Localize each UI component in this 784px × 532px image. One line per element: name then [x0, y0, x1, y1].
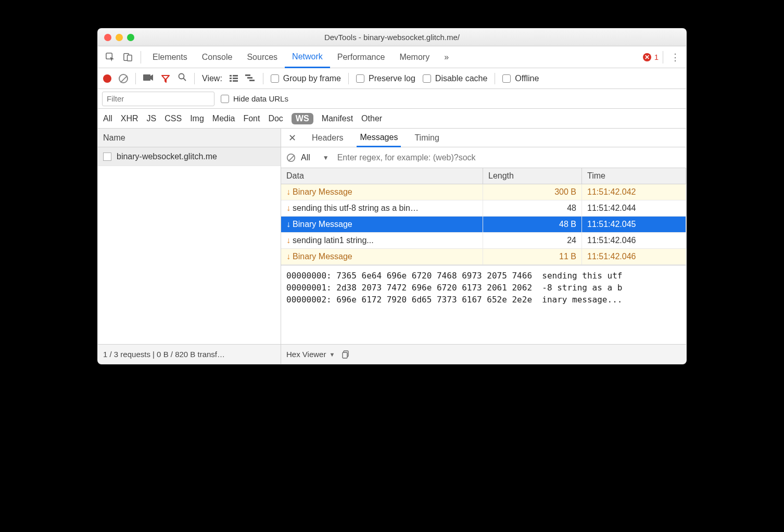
- type-media[interactable]: Media: [212, 114, 235, 123]
- type-font[interactable]: Font: [243, 114, 260, 123]
- clear-button[interactable]: [119, 74, 128, 83]
- message-length: 300 B: [483, 184, 582, 200]
- messages-grid: Data Length Time ↓Binary Message300 B11:…: [281, 168, 686, 265]
- requests-header: Name: [98, 129, 281, 147]
- disable-cache-checkbox[interactable]: Disable cache: [423, 74, 488, 83]
- filter-bar: Hide data URLs: [98, 89, 686, 109]
- resource-icon: [103, 153, 111, 161]
- hex-viewer: 00000000: 7365 6e64 696e 6720 7468 6973 …: [281, 265, 686, 344]
- arrow-down-icon: ↓: [286, 187, 290, 196]
- subtab-headers[interactable]: Headers: [309, 129, 346, 147]
- tab-network[interactable]: Network: [285, 47, 330, 68]
- hex-viewer-select[interactable]: Hex Viewer ▼: [286, 350, 335, 359]
- chevron-down-icon: ▼: [329, 351, 335, 358]
- message-data[interactable]: ↓sending latin1 string...: [281, 233, 483, 249]
- message-length: 48 B: [483, 217, 582, 233]
- screenshot-icon[interactable]: [143, 73, 154, 84]
- devtools-tabs: Elements Console Sources Network Perform…: [98, 46, 686, 68]
- content-area: Name binary-websocket.glitch.me ✕ Header…: [98, 129, 686, 344]
- message-data[interactable]: ↓sending this utf-8 string as a bin…: [281, 200, 483, 217]
- divider: [663, 51, 663, 64]
- message-time: 11:51:42.045: [582, 217, 686, 233]
- details-panel: ✕ Headers Messages Timing All ▼ Data Len…: [281, 129, 686, 344]
- search-icon[interactable]: [178, 72, 187, 84]
- requests-panel: Name binary-websocket.glitch.me: [98, 129, 281, 344]
- close-details-icon[interactable]: ✕: [286, 132, 298, 144]
- col-data[interactable]: Data: [281, 168, 483, 184]
- message-length: 48: [483, 200, 582, 217]
- type-xhr[interactable]: XHR: [121, 114, 138, 123]
- messages-filter-bar: All ▼: [281, 147, 686, 168]
- error-badge[interactable]: ✕ 1: [643, 53, 659, 61]
- col-length[interactable]: Length: [483, 168, 582, 184]
- status-summary: 1 / 3 requests | 0 B / 820 B transf…: [98, 345, 281, 364]
- type-all[interactable]: All: [103, 114, 112, 123]
- minimize-window-button[interactable]: [116, 34, 123, 41]
- arrow-down-icon: ↓: [286, 220, 290, 229]
- maximize-window-button[interactable]: [127, 34, 134, 41]
- type-manifest[interactable]: Manifest: [322, 114, 353, 123]
- type-filter-bar: All XHR JS CSS Img Media Font Doc WS Man…: [98, 109, 686, 129]
- tabs-overflow[interactable]: »: [437, 46, 456, 68]
- offline-checkbox[interactable]: Offline: [502, 74, 539, 83]
- svg-rect-8: [249, 80, 255, 81]
- network-toolbar: View: Group by frame Preserve log Disabl…: [98, 68, 686, 89]
- view-label: View:: [202, 74, 222, 83]
- device-toggle-icon[interactable]: [119, 46, 136, 68]
- copy-icon[interactable]: [342, 350, 350, 359]
- record-button[interactable]: [103, 74, 111, 83]
- more-menu-icon[interactable]: ⋮: [667, 52, 683, 63]
- hide-data-urls-checkbox[interactable]: Hide data URLs: [221, 94, 288, 103]
- type-css[interactable]: CSS: [165, 114, 182, 123]
- svg-rect-6: [245, 74, 250, 76]
- message-time: 11:51:42.044: [582, 200, 686, 217]
- tab-elements[interactable]: Elements: [145, 46, 195, 68]
- svg-point-4: [179, 74, 184, 79]
- svg-rect-3: [143, 74, 150, 81]
- close-window-button[interactable]: [104, 34, 111, 41]
- tab-sources[interactable]: Sources: [239, 46, 285, 68]
- col-time[interactable]: Time: [582, 168, 686, 184]
- message-time: 11:51:42.046: [582, 249, 686, 265]
- details-tabs: ✕ Headers Messages Timing: [281, 129, 686, 147]
- svg-rect-2: [127, 55, 132, 61]
- filter-input[interactable]: [102, 92, 214, 106]
- type-js[interactable]: JS: [147, 114, 157, 123]
- arrow-down-icon: ↓: [286, 204, 290, 212]
- message-data[interactable]: ↓Binary Message: [281, 249, 483, 265]
- message-data[interactable]: ↓Binary Message: [281, 184, 483, 200]
- inspect-icon[interactable]: [101, 46, 119, 68]
- arrow-down-icon: ↓: [286, 236, 290, 245]
- svg-rect-7: [247, 77, 252, 79]
- type-img[interactable]: Img: [190, 114, 204, 123]
- devtools-window: DevTools - binary-websocket.glitch.me/ E…: [97, 28, 687, 364]
- tab-memory[interactable]: Memory: [392, 46, 437, 68]
- window-title: DevTools - binary-websocket.glitch.me/: [98, 33, 686, 42]
- request-row[interactable]: binary-websocket.glitch.me: [98, 147, 281, 166]
- traffic-lights: [98, 34, 141, 41]
- messages-regex-input[interactable]: [334, 150, 681, 165]
- error-count: 1: [654, 53, 659, 61]
- message-data[interactable]: ↓Binary Message: [281, 217, 483, 233]
- filter-toggle-icon[interactable]: [161, 74, 170, 83]
- clear-messages-icon[interactable]: [287, 153, 295, 161]
- type-other[interactable]: Other: [361, 114, 382, 123]
- subtab-timing[interactable]: Timing: [411, 129, 442, 147]
- tab-performance[interactable]: Performance: [330, 46, 393, 68]
- svg-line-5: [184, 79, 186, 81]
- large-rows-icon[interactable]: [230, 75, 238, 82]
- divider: [141, 51, 141, 64]
- group-by-frame-checkbox[interactable]: Group by frame: [271, 74, 341, 83]
- message-length: 11 B: [483, 249, 582, 265]
- tab-console[interactable]: Console: [195, 46, 240, 68]
- messages-type-select[interactable]: All ▼: [301, 153, 329, 162]
- preserve-log-checkbox[interactable]: Preserve log: [356, 74, 415, 83]
- type-ws[interactable]: WS: [292, 113, 313, 124]
- waterfall-icon[interactable]: [245, 74, 256, 83]
- error-icon: ✕: [643, 53, 651, 61]
- type-doc[interactable]: Doc: [268, 114, 283, 123]
- status-bar: 1 / 3 requests | 0 B / 820 B transf… Hex…: [98, 344, 686, 364]
- arrow-down-icon: ↓: [286, 252, 290, 261]
- message-time: 11:51:42.042: [582, 184, 686, 200]
- subtab-messages[interactable]: Messages: [357, 129, 401, 147]
